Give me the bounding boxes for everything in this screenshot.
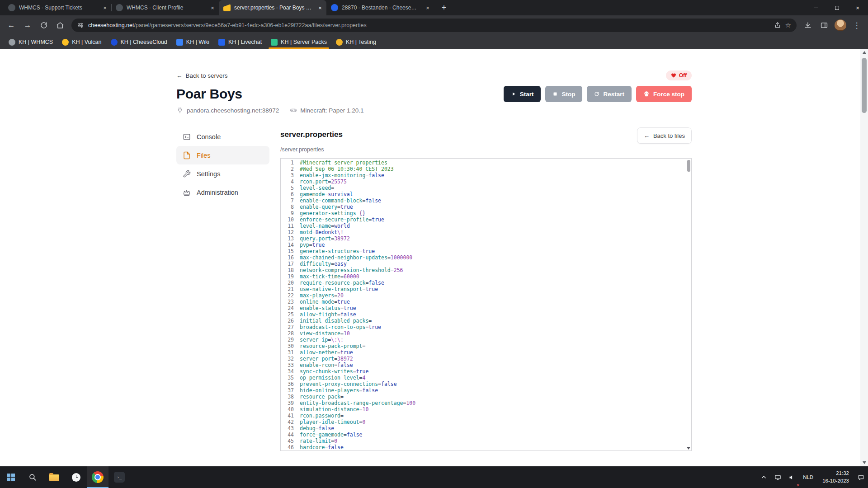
code-line[interactable]: 30resource-pack-prompt= (281, 343, 691, 349)
code-line[interactable]: 41rcon.password= (281, 413, 691, 419)
bookmark-kh-server-packs[interactable]: KH | Server Packs (267, 38, 331, 47)
bookmark-kh-vulcan[interactable]: KH | Vulcan (58, 38, 105, 47)
code-line[interactable]: 16max-chained-neighbor-updates=1000000 (281, 254, 691, 261)
code-line[interactable]: 17difficulty=easy (281, 261, 691, 267)
code-line[interactable]: 38resource-pack= (281, 394, 691, 400)
sidebar-item-settings[interactable]: Settings (176, 164, 269, 183)
language-indicator[interactable]: NLD (799, 474, 817, 480)
tab-close-icon[interactable]: × (424, 4, 431, 11)
code-line[interactable]: 40simulation-distance=10 (281, 406, 691, 413)
side-panel-icon[interactable] (816, 18, 832, 33)
stop-button[interactable]: Stop (545, 86, 582, 102)
reload-button[interactable] (36, 18, 52, 33)
taskbar-clock[interactable]: 21:32 16-10-2023 (817, 469, 854, 484)
bookmark-kh-wiki[interactable]: KH | Wiki (172, 38, 213, 47)
tray-expand-icon[interactable] (757, 466, 771, 488)
code-line[interactable]: 10enforce-secure-profile=true (281, 216, 691, 223)
file-explorer-icon[interactable] (43, 466, 65, 488)
back-to-servers-link[interactable]: ←Back to servers (176, 72, 228, 79)
code-line[interactable]: 15generate-structures=true (281, 248, 691, 254)
code-line[interactable]: 37hide-online-players=false (281, 387, 691, 394)
code-line[interactable]: 7enable-command-block=false (281, 197, 691, 204)
code-line[interactable]: 13query.port=38972 (281, 235, 691, 242)
code-line[interactable]: 19max-tick-time=60000 (281, 273, 691, 280)
scroll-down-icon[interactable] (860, 459, 868, 466)
browser-tab[interactable]: WHMCS - Support Tickets× (4, 0, 111, 15)
browser-tab[interactable]: 28870 - Bestanden - CheeseCloud× (326, 0, 434, 15)
code-line[interactable]: 6gamemode=survival (281, 191, 691, 197)
code-line[interactable]: 28view-distance=10 (281, 330, 691, 337)
window-minimize-button[interactable] (806, 0, 826, 15)
profile-avatar[interactable] (835, 19, 846, 31)
start-menu-button[interactable] (0, 466, 22, 488)
scroll-up-icon[interactable] (860, 49, 868, 56)
code-line[interactable]: 3enable-jmx-monitoring=false (281, 172, 691, 178)
tab-close-icon[interactable]: × (209, 4, 216, 11)
code-line[interactable]: 47white-list=false (281, 450, 691, 451)
bookmark-kh-cheesecloud[interactable]: KH | CheeseCloud (107, 38, 171, 47)
code-line[interactable]: 1#Minecraft server properties (281, 160, 691, 166)
code-line[interactable]: 29server-ip=\:\: (281, 337, 691, 343)
bookmark-kh-livechat[interactable]: KH | Livechat (214, 38, 266, 47)
sidebar-item-files[interactable]: Files (176, 146, 269, 164)
volume-muted-icon[interactable]: ✕ (785, 466, 799, 488)
code-line[interactable]: 18network-compression-threshold=256 (281, 267, 691, 273)
share-icon[interactable] (774, 22, 781, 29)
browser-tab[interactable]: WHMCS - Client Profile× (111, 0, 219, 15)
code-line[interactable]: 21use-native-transport=true (281, 286, 691, 292)
window-close-button[interactable]: × (847, 0, 868, 15)
browser-tab[interactable]: server.properties - Poar Boys - KaasHost… (219, 0, 326, 15)
code-line[interactable]: 36prevent-proxy-connections=false (281, 381, 691, 387)
code-line[interactable]: 43debug=false (281, 425, 691, 432)
bookmark-star-icon[interactable]: ☆ (785, 21, 791, 29)
back-to-files-button[interactable]: ← Back to files (637, 127, 692, 144)
code-line[interactable]: 11level-name=world (281, 223, 691, 229)
action-center-icon[interactable] (854, 466, 868, 488)
url-bar[interactable]: cheesehosting.net/panel/gameservers/serv… (71, 19, 797, 32)
sidebar-item-console[interactable]: Console (176, 127, 269, 146)
code-line[interactable]: 33enable-rcon=false (281, 362, 691, 368)
chrome-icon[interactable] (87, 466, 108, 488)
terminal-icon[interactable]: ›_ (108, 466, 130, 488)
code-line[interactable]: 39entity-broadcast-range-percentage=100 (281, 400, 691, 406)
code-line[interactable]: 42player-idle-timeout=0 (281, 419, 691, 425)
forward-button[interactable]: → (20, 18, 35, 33)
code-line[interactable]: 32server-port=38972 (281, 356, 691, 362)
code-line[interactable]: 31allow-nether=true (281, 349, 691, 356)
start-button[interactable]: Start (504, 86, 541, 102)
browser-menu-icon[interactable]: ⋮ (849, 18, 864, 33)
code-editor[interactable]: 1#Minecraft server properties2#Wed Sep 0… (280, 158, 692, 451)
editor-scroll-down-icon[interactable] (687, 447, 690, 450)
code-line[interactable]: 14pvp=true (281, 242, 691, 248)
downloads-icon[interactable] (800, 18, 816, 33)
page-scrollbar[interactable] (860, 49, 868, 466)
code-line[interactable]: 25allow-flight=false (281, 311, 691, 318)
code-line[interactable]: 4rcon.port=25575 (281, 178, 691, 185)
code-line[interactable]: 46hardcore=false (281, 444, 691, 450)
code-line[interactable]: 12motd=Bedonkt\! (281, 229, 691, 235)
home-button[interactable] (52, 18, 68, 33)
bookmark-kh-whmcs[interactable]: KH | WHMCS (5, 38, 57, 47)
code-line[interactable]: 9generator-settings={} (281, 210, 691, 216)
tab-close-icon[interactable]: × (101, 4, 108, 11)
code-line[interactable]: 45rate-limit=0 (281, 438, 691, 444)
code-line[interactable]: 27broadcast-rcon-to-ops=true (281, 324, 691, 330)
window-maximize-button[interactable] (826, 0, 847, 15)
code-line[interactable]: 5level-seed= (281, 185, 691, 191)
site-settings-icon[interactable] (77, 22, 84, 29)
page-scrollbar-thumb[interactable] (862, 58, 867, 113)
code-line[interactable]: 26initial-disabled-packs= (281, 318, 691, 324)
force-stop-button[interactable]: Force stop (636, 86, 692, 102)
restart-button[interactable]: Restart (587, 86, 632, 102)
code-line[interactable]: 20require-resource-pack=false (281, 280, 691, 286)
code-line[interactable]: 2#Wed Sep 06 10:30:40 CEST 2023 (281, 166, 691, 172)
code-line[interactable]: 35op-permission-level=4 (281, 375, 691, 381)
sidebar-item-administration[interactable]: Administration (176, 183, 269, 202)
clock-app-icon[interactable] (65, 466, 87, 488)
code-line[interactable]: 22max-players=20 (281, 292, 691, 299)
code-line[interactable]: 23online-mode=true (281, 299, 691, 305)
code-line[interactable]: 24enable-status=true (281, 305, 691, 311)
bookmark-kh-testing[interactable]: KH | Testing (332, 38, 380, 47)
taskbar-search-button[interactable] (22, 466, 43, 488)
back-button[interactable]: ← (4, 18, 19, 33)
